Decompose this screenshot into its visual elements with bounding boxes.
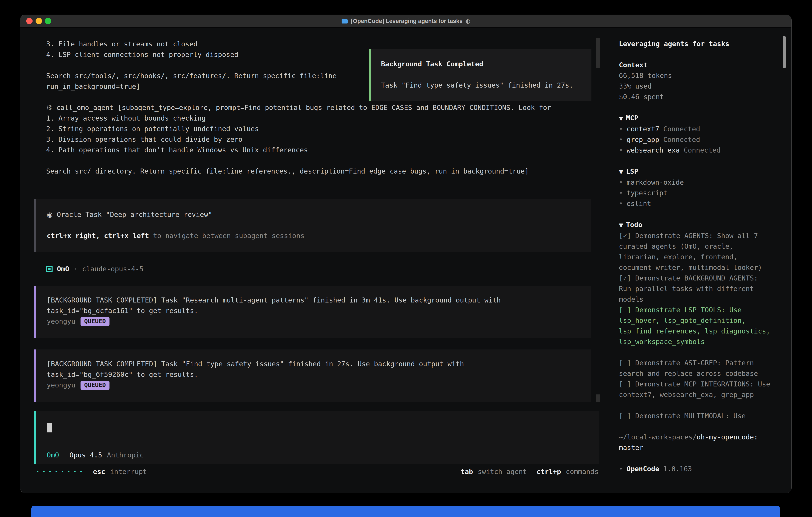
toast-body: Task "Find type safety issues" finished … bbox=[381, 80, 585, 90]
bullet-icon: • bbox=[619, 136, 623, 143]
message-text: task_id="bg_dcfac161" to get results. bbox=[47, 305, 583, 316]
tab-key-hint: tab bbox=[461, 466, 473, 477]
input-agent-label: OmO bbox=[47, 450, 59, 460]
window-title: [OpenCode] Leveraging agents for tasks bbox=[351, 18, 463, 24]
busy-spinner-icon: ◐ bbox=[465, 18, 470, 24]
chevron-down-icon: ▼ bbox=[619, 115, 623, 122]
tool-call-text: call_omo_agent [subagent_type=explore, p… bbox=[56, 104, 551, 112]
mcp-section-header[interactable]: ▼MCP bbox=[619, 113, 774, 124]
message-text: [BACKGROUND TASK COMPLETED] Task "Find t… bbox=[47, 359, 583, 369]
text-cursor bbox=[47, 423, 52, 432]
message-card: [BACKGROUND TASK COMPLETED] Task "Find t… bbox=[34, 350, 591, 402]
opencode-version-line: •OpenCode1.0.163 bbox=[619, 464, 774, 474]
agent-separator: · bbox=[74, 264, 78, 274]
lsp-item: •eslint bbox=[619, 198, 774, 209]
input-model-label: Opus 4.5 bbox=[69, 450, 102, 460]
status-right-hints: tab switch agent ctrl+p commands bbox=[461, 466, 599, 477]
lsp-section-header[interactable]: ▼LSP bbox=[619, 166, 774, 177]
agent-icon bbox=[46, 266, 53, 272]
tool-call-tail: Search src/ directory. Return specific f… bbox=[46, 166, 590, 176]
session-sidebar: Leveraging agents for tasks Context 66,5… bbox=[602, 28, 791, 493]
log-line: 3. File handles or streams not closed bbox=[46, 39, 590, 49]
bullet-icon: • bbox=[619, 199, 623, 208]
session-title: Leveraging agents for tasks bbox=[619, 38, 774, 49]
context-spent: $0.46 spent bbox=[619, 91, 774, 102]
todo-item: [✓] Demonstrate BACKGROUND AGENTS: Run p… bbox=[619, 273, 774, 305]
message-text: task_id="bg_6f59260c" to get results. bbox=[47, 369, 583, 380]
message-meta: yeongyu QUEUED bbox=[47, 380, 583, 390]
input-meta: OmO Opus 4.5 Anthropic bbox=[47, 450, 591, 460]
bullet-icon: • bbox=[619, 189, 623, 197]
context-used: 33% used bbox=[619, 81, 774, 91]
bullet-icon: • bbox=[619, 146, 623, 154]
ctrlp-key-label: commands bbox=[566, 466, 599, 477]
todo-item: [ ] Demonstrate MCP INTEGRATIONS: Use co… bbox=[619, 379, 774, 400]
message-card: [BACKGROUND TASK COMPLETED] Task "Resear… bbox=[34, 286, 591, 338]
message-text: [BACKGROUND TASK COMPLETED] Task "Resear… bbox=[47, 295, 583, 305]
chevron-down-icon: ▼ bbox=[619, 168, 623, 175]
lsp-item: •typescript bbox=[619, 188, 774, 198]
esc-key-hint: esc bbox=[93, 466, 105, 477]
context-header: Context bbox=[619, 60, 774, 71]
queued-badge: QUEUED bbox=[81, 317, 109, 326]
mcp-item: •websearch_exaConnected bbox=[619, 145, 774, 156]
tool-call-item: 3. Division operations that could divide… bbox=[46, 134, 590, 145]
todo-section-header[interactable]: ▼Todo bbox=[619, 219, 774, 230]
folder-icon bbox=[341, 18, 348, 24]
ctrlp-key-hint: ctrl+p bbox=[536, 466, 561, 477]
mcp-item: •context7Connected bbox=[619, 124, 774, 134]
main-pane: Background Task Completed Task "Find typ… bbox=[20, 28, 602, 493]
message-meta: yeongyu QUEUED bbox=[47, 316, 583, 327]
workspace-branch: master bbox=[619, 442, 774, 453]
tool-call-header: ⚙ call_omo_agent [subagent_type=explore,… bbox=[46, 102, 590, 113]
esc-key-label: interrupt bbox=[110, 466, 147, 477]
bullet-icon: • bbox=[619, 125, 623, 133]
workspace-path: ~/local-workspaces/oh-my-opencode: bbox=[619, 432, 774, 442]
tool-call-item: 4. Path operations that don't handle Win… bbox=[46, 145, 590, 155]
close-button[interactable] bbox=[26, 18, 33, 24]
message-author: yeongyu bbox=[47, 380, 75, 390]
gear-icon: ⚙ bbox=[46, 104, 52, 112]
oracle-title-line: ◉ Oracle Task "Deep architecture review" bbox=[47, 209, 583, 220]
mcp-item: •grep_appConnected bbox=[619, 134, 774, 145]
input-provider-label: Anthropic bbox=[107, 450, 144, 460]
sidebar-scrollbar-thumb[interactable] bbox=[783, 36, 786, 69]
window-title-group: [OpenCode] Leveraging agents for tasks ◐ bbox=[341, 18, 470, 24]
todo-item-active: [ ] Demonstrate LSP TOOLS: Use lsp_hover… bbox=[619, 305, 774, 347]
minimize-button[interactable] bbox=[35, 18, 42, 24]
todo-item: [✓] Demonstrate AGENTS: Show all 7 curat… bbox=[619, 230, 774, 273]
oracle-icon: ◉ bbox=[47, 211, 53, 219]
agent-header: OmO · claude-opus-4-5 bbox=[46, 264, 590, 274]
opencode-window: [OpenCode] Leveraging agents for tasks ◐… bbox=[20, 15, 792, 493]
oracle-task-panel: ◉ Oracle Task "Deep architecture review"… bbox=[34, 199, 591, 252]
oracle-title: Oracle Task "Deep architecture review" bbox=[57, 211, 212, 219]
todo-item: [ ] Demonstrate MULTIMODAL: Use bbox=[619, 411, 774, 421]
blank-line bbox=[46, 155, 590, 166]
traffic-lights bbox=[20, 18, 51, 24]
tool-call-item: 2. String operations on potentially unde… bbox=[46, 124, 590, 134]
toast-title: Background Task Completed bbox=[381, 59, 585, 70]
agent-name: OmO bbox=[57, 264, 69, 274]
message-author: yeongyu bbox=[47, 316, 75, 327]
chevron-down-icon: ▼ bbox=[619, 222, 623, 228]
agent-model: claude-opus-4-5 bbox=[82, 264, 143, 274]
status-bar: •••••••• esc interrupt tab switch agent … bbox=[20, 466, 602, 477]
queued-badge: QUEUED bbox=[81, 381, 109, 390]
zoom-button[interactable] bbox=[45, 18, 51, 24]
oracle-hint-keys: ctrl+x right, ctrl+x left bbox=[47, 232, 149, 240]
todo-item: [ ] Demonstrate AST-GREP: Pattern search… bbox=[619, 358, 774, 379]
bullet-icon: • bbox=[619, 465, 623, 473]
oracle-hint: ctrl+x right, ctrl+x left to navigate be… bbox=[47, 230, 583, 241]
context-tokens: 66,518 tokens bbox=[619, 71, 774, 81]
main-scrollbar-thumb-top[interactable] bbox=[596, 38, 600, 69]
main-scrollbar-thumb-bottom[interactable] bbox=[596, 394, 600, 402]
prompt-input[interactable]: OmO Opus 4.5 Anthropic bbox=[34, 411, 599, 464]
titlebar[interactable]: [OpenCode] Leveraging agents for tasks ◐ bbox=[20, 15, 791, 28]
lsp-item: •markdown-oxide bbox=[619, 177, 774, 188]
oracle-hint-text: to navigate between subagent sessions bbox=[149, 232, 304, 240]
background-task-toast: Background Task Completed Task "Find typ… bbox=[369, 49, 591, 101]
bullet-icon: • bbox=[619, 178, 623, 186]
background-window-strip[interactable] bbox=[31, 506, 780, 517]
tab-key-label: switch agent bbox=[478, 466, 527, 477]
tool-call-item: 1. Array access without bounds checking bbox=[46, 113, 590, 124]
